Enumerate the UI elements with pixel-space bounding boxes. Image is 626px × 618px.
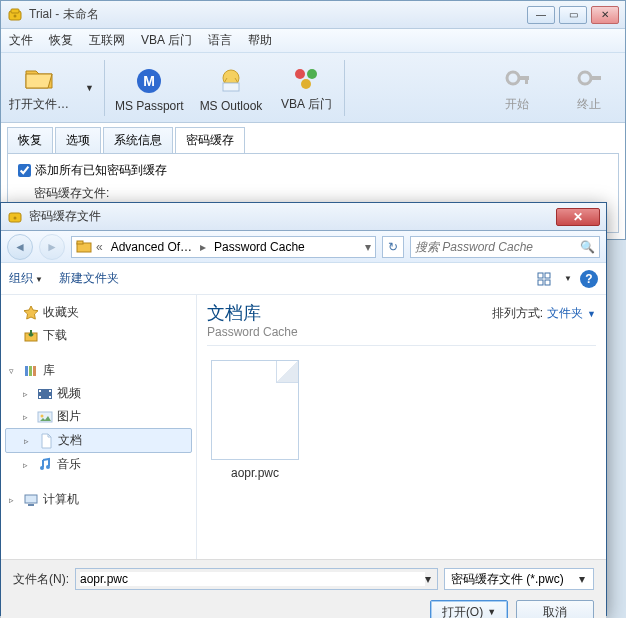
file-type-filter[interactable]: 密码缓存文件 (*.pwc) ▾ bbox=[444, 568, 594, 590]
svg-rect-28 bbox=[39, 390, 41, 392]
svg-point-35 bbox=[46, 465, 50, 469]
filename-input[interactable] bbox=[80, 572, 425, 586]
dialog-title: 密码缓存文件 bbox=[29, 208, 556, 225]
cancel-button[interactable]: 取消 bbox=[516, 600, 594, 618]
svg-rect-18 bbox=[77, 241, 83, 244]
menubar: 文件 恢复 互联网 VBA 后门 语言 帮助 bbox=[1, 29, 625, 53]
chevron-down-icon[interactable]: ▼ bbox=[587, 309, 596, 319]
svg-rect-1 bbox=[11, 9, 19, 13]
ms-outlook-button[interactable]: MS Outlook bbox=[200, 65, 263, 113]
tab-options[interactable]: 选项 bbox=[55, 127, 101, 153]
svg-rect-24 bbox=[25, 366, 28, 376]
tree-pictures[interactable]: ▹ 图片 bbox=[5, 405, 192, 428]
svg-rect-21 bbox=[538, 280, 543, 285]
menu-help[interactable]: 帮助 bbox=[248, 32, 272, 49]
window-title: Trial - 未命名 bbox=[29, 6, 527, 23]
view-dropdown-icon[interactable]: ▼ bbox=[564, 274, 572, 283]
svg-rect-25 bbox=[29, 366, 32, 376]
filename-combobox[interactable]: ▾ bbox=[75, 568, 438, 590]
key-stop-icon bbox=[573, 62, 605, 94]
crumb-a[interactable]: Advanced Of… bbox=[107, 240, 196, 254]
dialog-titlebar: 密码缓存文件 ✕ bbox=[1, 203, 606, 231]
svg-point-7 bbox=[295, 69, 305, 79]
back-button[interactable]: ◄ bbox=[7, 234, 33, 260]
svg-rect-37 bbox=[28, 504, 34, 506]
vba-backdoor-button[interactable]: VBA 后门 bbox=[278, 62, 334, 113]
filter-text: 密码缓存文件 (*.pwc) bbox=[451, 571, 564, 588]
menu-vba[interactable]: VBA 后门 bbox=[141, 32, 192, 49]
svg-rect-36 bbox=[25, 495, 37, 503]
svg-point-34 bbox=[40, 466, 44, 470]
vba-label: VBA 后门 bbox=[281, 96, 332, 113]
search-box[interactable]: 🔍 bbox=[410, 236, 600, 258]
svg-rect-6 bbox=[223, 83, 239, 91]
window-controls: — ▭ ✕ bbox=[527, 6, 619, 24]
svg-rect-19 bbox=[538, 273, 543, 278]
menu-file[interactable]: 文件 bbox=[9, 32, 33, 49]
dialog-icon bbox=[7, 209, 23, 225]
file-list: 文档库 Password Cache 排列方式: 文件夹 ▼ aopr.pwc bbox=[197, 295, 606, 559]
start-button[interactable]: 开始 bbox=[489, 62, 545, 113]
maximize-button[interactable]: ▭ bbox=[559, 6, 587, 24]
dropdown-arrow-icon[interactable]: ▼ bbox=[85, 83, 94, 93]
file-name: aopr.pwc bbox=[207, 466, 303, 480]
dialog-body: 收藏夹 下载 ▿ 库 ▹ 视频 ▹ 图片 ▹ bbox=[1, 295, 606, 559]
dialog-toolbar: 组织▼ 新建文件夹 ▼ ? bbox=[1, 263, 606, 295]
file-dialog: 密码缓存文件 ✕ ◄ ► « Advanced Of… ▸ Password C… bbox=[0, 202, 607, 616]
sort-value[interactable]: 文件夹 bbox=[547, 305, 583, 322]
add-known-pw-checkbox[interactable] bbox=[18, 164, 31, 177]
view-button[interactable] bbox=[534, 269, 554, 289]
ribbon: 打开文件… ▼ M MS Passport MS Outlook VBA 后门 bbox=[1, 53, 625, 123]
stop-button[interactable]: 终止 bbox=[561, 62, 617, 113]
tab-recover[interactable]: 恢复 bbox=[7, 127, 53, 153]
tree-computer[interactable]: ▹ 计算机 bbox=[5, 488, 192, 511]
chevron-down-icon[interactable]: ▾ bbox=[425, 572, 433, 586]
organize-button[interactable]: 组织▼ bbox=[9, 270, 43, 287]
menu-recover[interactable]: 恢复 bbox=[49, 32, 73, 49]
music-icon bbox=[37, 457, 53, 473]
svg-rect-30 bbox=[49, 390, 51, 392]
menu-internet[interactable]: 互联网 bbox=[89, 32, 125, 49]
app-icon bbox=[7, 7, 23, 23]
breadcrumb[interactable]: « Advanced Of… ▸ Password Cache ▾ bbox=[71, 236, 376, 258]
svg-point-33 bbox=[41, 414, 44, 417]
chevron-down-icon[interactable]: ▾ bbox=[579, 572, 587, 586]
refresh-button[interactable]: ↻ bbox=[382, 236, 404, 258]
folder-open-icon bbox=[23, 62, 55, 94]
close-button[interactable]: ✕ bbox=[591, 6, 619, 24]
open-button[interactable]: 打开(O)▼ bbox=[430, 600, 508, 618]
tab-pwcache[interactable]: 密码缓存 bbox=[175, 127, 245, 153]
start-label: 开始 bbox=[505, 96, 529, 113]
new-folder-button[interactable]: 新建文件夹 bbox=[59, 270, 119, 287]
svg-rect-22 bbox=[545, 280, 550, 285]
download-icon bbox=[23, 328, 39, 344]
svg-rect-14 bbox=[590, 76, 601, 80]
svg-point-2 bbox=[14, 14, 17, 17]
help-button[interactable]: ? bbox=[580, 270, 598, 288]
document-icon bbox=[38, 433, 54, 449]
tree-documents[interactable]: ▹ 文档 bbox=[5, 428, 192, 453]
folder-icon bbox=[76, 239, 92, 255]
tab-sysinfo[interactable]: 系统信息 bbox=[103, 127, 173, 153]
svg-point-9 bbox=[301, 79, 311, 89]
tree-music[interactable]: ▹ 音乐 bbox=[5, 453, 192, 476]
svg-point-13 bbox=[579, 72, 591, 84]
tree-libraries[interactable]: ▿ 库 bbox=[5, 359, 192, 382]
tree-downloads[interactable]: 下载 bbox=[5, 324, 192, 347]
svg-text:M: M bbox=[143, 73, 155, 89]
tree-videos[interactable]: ▹ 视频 bbox=[5, 382, 192, 405]
menu-language[interactable]: 语言 bbox=[208, 32, 232, 49]
tabs: 恢复 选项 系统信息 密码缓存 bbox=[7, 127, 619, 153]
tree-favorites[interactable]: 收藏夹 bbox=[5, 301, 192, 324]
library-header: 文档库 Password Cache 排列方式: 文件夹 ▼ bbox=[207, 301, 596, 346]
search-input[interactable] bbox=[415, 240, 580, 254]
file-item-aopr[interactable]: aopr.pwc bbox=[207, 360, 303, 480]
dialog-footer: 文件名(N): ▾ 密码缓存文件 (*.pwc) ▾ 打开(O)▼ 取消 bbox=[1, 559, 606, 618]
forward-button[interactable]: ► bbox=[39, 234, 65, 260]
minimize-button[interactable]: — bbox=[527, 6, 555, 24]
crumb-b[interactable]: Password Cache bbox=[210, 240, 309, 254]
ms-passport-button[interactable]: M MS Passport bbox=[115, 65, 184, 113]
open-file-button[interactable]: 打开文件… bbox=[9, 62, 69, 113]
video-icon bbox=[37, 386, 53, 402]
dialog-close-button[interactable]: ✕ bbox=[556, 208, 600, 226]
